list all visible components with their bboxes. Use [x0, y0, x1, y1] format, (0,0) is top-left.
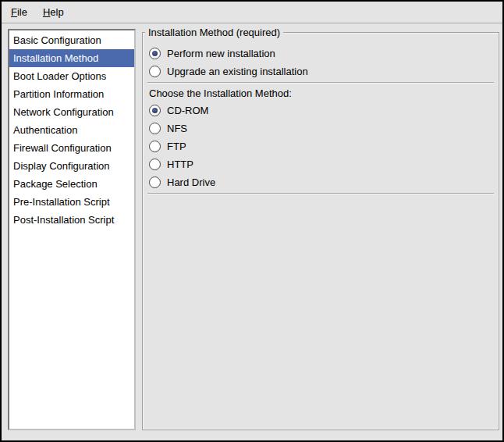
radio-label: NFS [167, 123, 187, 134]
separator [147, 193, 494, 194]
sidebar-item-basic-configuration[interactable]: Basic Configuration [9, 31, 134, 49]
radio-icon[interactable] [149, 105, 161, 116]
kickstart-configurator-window: File Help Basic Configuration Installati… [0, 0, 504, 442]
sidebar-item-installation-method[interactable]: Installation Method [9, 49, 134, 67]
radio-label: HTTP [167, 159, 193, 170]
radio-icon[interactable] [149, 176, 161, 188]
radio-icon[interactable] [149, 159, 161, 170]
menu-file-label: F [11, 6, 17, 18]
radio-perform-new-installation[interactable]: Perform new installation [143, 45, 499, 62]
sidebar-item-firewall-configuration[interactable]: Firewall Configuration [9, 139, 134, 157]
radio-ftp[interactable]: FTP [143, 137, 499, 155]
main-content: Basic Configuration Installation Method … [2, 23, 502, 440]
sidebar-item-display-configuration[interactable]: Display Configuration [9, 157, 134, 175]
choose-method-label: Choose the Installation Method: [143, 86, 499, 102]
sidebar-item-pre-installation-script[interactable]: Pre-Installation Script [9, 193, 134, 211]
radio-label: Perform new installation [167, 48, 275, 59]
radio-icon[interactable] [149, 123, 161, 134]
radio-icon[interactable] [149, 48, 161, 59]
separator [147, 82, 494, 84]
radio-upgrade-existing-installation[interactable]: Upgrade an existing installation [143, 62, 499, 80]
sidebar-item-partition-information[interactable]: Partition Information [9, 85, 134, 103]
radio-icon[interactable] [149, 141, 161, 152]
menu-file[interactable]: File [6, 4, 32, 20]
radio-label: Hard Drive [167, 176, 215, 188]
sidebar-item-post-installation-script[interactable]: Post-Installation Script [9, 211, 134, 229]
radio-icon[interactable] [149, 66, 161, 77]
radio-hard-drive[interactable]: Hard Drive [143, 173, 499, 191]
radio-cdrom[interactable]: CD-ROM [143, 102, 499, 119]
menubar: File Help [2, 2, 502, 23]
menu-help-label: H [43, 6, 50, 18]
radio-label: CD-ROM [167, 105, 208, 116]
menu-help[interactable]: Help [38, 4, 69, 20]
frame-title: Installation Method (required) [145, 26, 283, 39]
radio-label: FTP [167, 141, 186, 152]
radio-http[interactable]: HTTP [143, 155, 499, 173]
radio-label: Upgrade an existing installation [167, 66, 308, 77]
radio-nfs[interactable]: NFS [143, 119, 499, 137]
sidebar-item-boot-loader-options[interactable]: Boot Loader Options [9, 67, 134, 85]
installation-method-frame: Installation Method (required) Perform n… [142, 32, 499, 430]
section-list: Basic Configuration Installation Method … [8, 29, 136, 430]
sidebar-item-network-configuration[interactable]: Network Configuration [9, 103, 134, 121]
sidebar-item-authentication[interactable]: Authentication [9, 121, 134, 139]
sidebar-item-package-selection[interactable]: Package Selection [9, 175, 134, 193]
